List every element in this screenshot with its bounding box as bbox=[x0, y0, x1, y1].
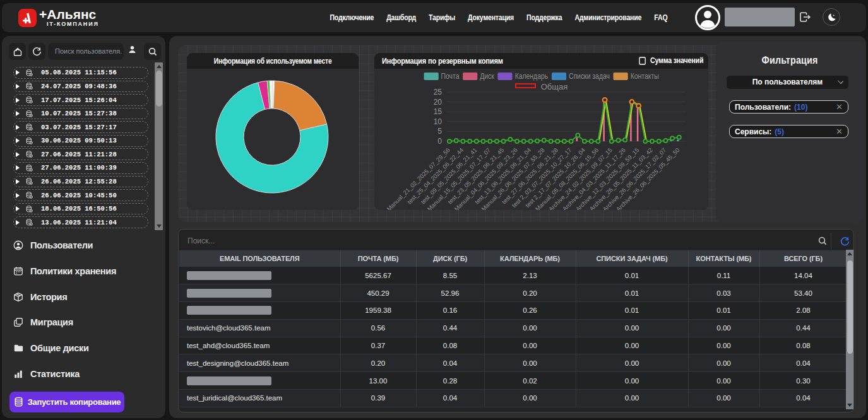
svg-text:15: 15 bbox=[434, 107, 443, 116]
svg-text:10: 10 bbox=[434, 117, 443, 126]
svg-text:25: 25 bbox=[434, 88, 443, 96]
svg-text:5: 5 bbox=[437, 127, 442, 136]
svg-text:0: 0 bbox=[437, 137, 442, 146]
svg-text:20: 20 bbox=[434, 98, 443, 107]
